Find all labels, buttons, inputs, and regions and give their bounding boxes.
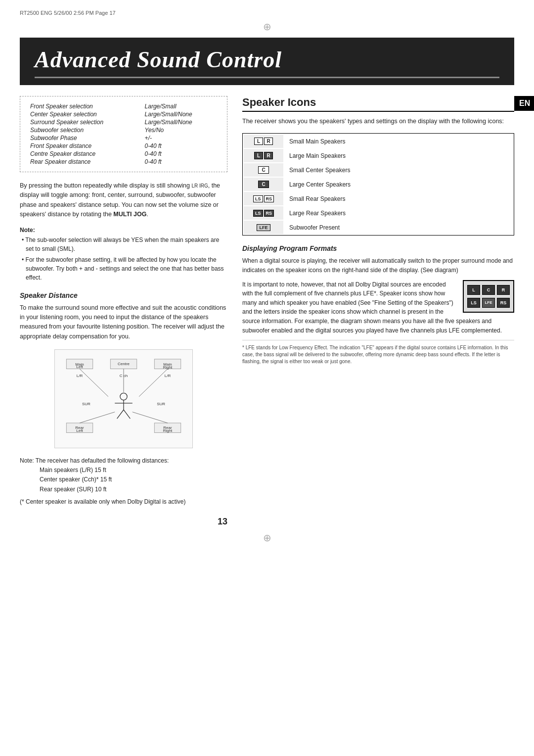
table-row: LS RS Large Rear Speakers	[244, 206, 513, 220]
lfe-footnote: * LFE stands for Low Frequency Effect. T…	[242, 340, 514, 365]
five-ch-LFE: LFE	[482, 298, 495, 308]
icon-cell-subwoofer: LFE	[244, 221, 283, 234]
note-bullet-2: • For the subwoofer phase setting, it wi…	[20, 255, 227, 282]
icon-cell-large-center: C	[244, 178, 283, 191]
icon-cell-small-main: L R	[244, 135, 283, 148]
program-formats-section: Displaying Program Formats When a digita…	[242, 244, 514, 335]
large-rear-icon: LS RS	[253, 210, 274, 217]
settings-box: Front Speaker selectionLarge/SmallCenter…	[20, 96, 227, 172]
svg-point-14	[120, 393, 127, 400]
small-main-icon: L R	[254, 138, 273, 145]
svg-line-28	[133, 412, 168, 423]
reg-mark-bottom: ⊕	[20, 532, 514, 544]
page-title-bar: Advanced Sound Control	[20, 38, 514, 85]
small-rear-label: Small Rear Speakers	[284, 192, 513, 205]
table-row: L R Large Main Speakers	[244, 149, 513, 162]
svg-line-18	[124, 410, 130, 419]
distance-note: Note: The receiver has defaulted the fol…	[20, 456, 227, 507]
settings-row: Rear Speaker distance0-40 ft	[28, 158, 219, 166]
svg-text:L/R: L/R	[77, 374, 83, 378]
speaker-icons-table: L R Small Main Speakers L R Large Main	[242, 133, 514, 236]
five-ch-L: L	[467, 285, 480, 295]
right-column: EN Speaker Icons The receiver shows you …	[242, 96, 514, 527]
icon-cell-large-rear: LS RS	[244, 206, 283, 220]
svg-text:L/R: L/R	[165, 374, 171, 378]
page-number: 13	[20, 517, 227, 527]
speaker-distance-text: To make the surround sound more effectiv…	[20, 303, 227, 342]
speaker-distance-heading: Speaker Distance	[20, 291, 227, 299]
svg-text:SUR: SUR	[82, 402, 90, 406]
settings-row: Subwoofer selectionYes/No	[28, 126, 219, 134]
settings-row: Front Speaker distance0-40 ft	[28, 142, 219, 150]
large-rear-label: Large Rear Speakers	[284, 206, 513, 220]
small-main-label: Small Main Speakers	[284, 135, 513, 148]
distance-footnote: (* Center speaker is available only when…	[20, 497, 227, 507]
settings-row: Center Speaker selectionLarge/Small/None	[28, 110, 219, 118]
speaker-icons-desc: The receiver shows you the speakers' typ…	[242, 117, 514, 126]
body-intro: By pressing the button repeatedly while …	[20, 181, 227, 220]
small-center-label: Small Center Speakers	[284, 163, 513, 177]
speaker-diagram: Main Left Centre Main Right L/R L/R C ch	[54, 349, 193, 448]
svg-text:Right: Right	[163, 365, 173, 370]
five-ch-grid: L C R LS LFE RS	[467, 284, 510, 309]
svg-text:SUR: SUR	[157, 402, 165, 406]
settings-row: Surround Speaker selectionLarge/Small/No…	[28, 118, 219, 126]
header-meta: RT2500 ENG 5/26/00 2:56 PM Page 17	[20, 10, 514, 16]
small-center-icon: C	[258, 166, 269, 174]
settings-row: Front Speaker selectionLarge/Small	[28, 102, 219, 110]
page-title: Advanced Sound Control	[35, 47, 499, 73]
distance-item-1: Main speakers (L/R) 15 ft	[40, 466, 227, 475]
table-row: LS RS Small Rear Speakers	[244, 192, 513, 205]
svg-line-27	[80, 412, 115, 423]
program-formats-text1: When a digital source is playing, the re…	[242, 256, 514, 275]
table-row: LFE Subwoofer Present	[244, 221, 513, 234]
table-row: C Small Center Speakers	[244, 163, 513, 177]
small-rear-icon: LS RS	[253, 195, 274, 202]
five-ch-R: R	[497, 285, 510, 295]
five-ch-LS: LS	[467, 298, 480, 308]
large-main-icon: L R	[254, 152, 273, 159]
table-row: L R Small Main Speakers	[244, 135, 513, 148]
five-ch-diagram: L C R LS LFE RS	[463, 280, 514, 313]
speaker-icons-heading: Speaker Icons	[242, 96, 514, 112]
distance-item-3: Rear speaker (SUR) 10 ft	[40, 485, 227, 494]
en-badge: EN	[514, 96, 534, 111]
subwoofer-label: Subwoofer Present	[284, 221, 513, 234]
settings-row: Subwoofer Phase+/-	[28, 134, 219, 142]
five-ch-RS: RS	[497, 298, 510, 308]
svg-text:Left: Left	[76, 365, 83, 369]
large-center-icon: C	[258, 181, 269, 188]
settings-table: Front Speaker selectionLarge/SmallCenter…	[28, 102, 219, 166]
settings-row: Centre Speaker distance0-40 ft	[28, 150, 219, 158]
five-ch-C: C	[482, 285, 495, 295]
large-center-label: Large Center Speakers	[284, 178, 513, 191]
svg-line-11	[80, 369, 108, 396]
note-title: Note:	[20, 227, 227, 234]
icon-cell-large-main: L R	[244, 149, 283, 162]
left-column: Front Speaker selectionLarge/SmallCenter…	[20, 96, 227, 527]
svg-text:Centre: Centre	[118, 362, 130, 366]
subwoofer-icon: LFE	[257, 224, 270, 231]
icon-cell-small-center: C	[244, 163, 283, 177]
svg-line-17	[117, 410, 124, 419]
icon-cell-small-rear: LS RS	[244, 192, 283, 205]
diagram-svg: Main Left Centre Main Right L/R L/R C ch	[60, 355, 187, 443]
svg-text:Right: Right	[163, 428, 173, 433]
svg-text:Left: Left	[76, 428, 83, 433]
distance-note-intro: Note: The receiver has defaulted the fol…	[20, 456, 227, 466]
program-formats-heading: Displaying Program Formats	[242, 244, 514, 252]
distance-note-items: Main speakers (L/R) 15 ft Center speaker…	[20, 466, 227, 494]
svg-line-12	[139, 369, 168, 396]
table-row: C Large Center Speakers	[244, 178, 513, 191]
large-main-label: Large Main Speakers	[284, 149, 513, 162]
distance-item-2: Center speaker (Cch)* 15 ft	[40, 475, 227, 484]
note-bullet-1: • The sub-woofer selection will always b…	[20, 236, 227, 253]
reg-mark-top: ⊕	[20, 21, 514, 33]
